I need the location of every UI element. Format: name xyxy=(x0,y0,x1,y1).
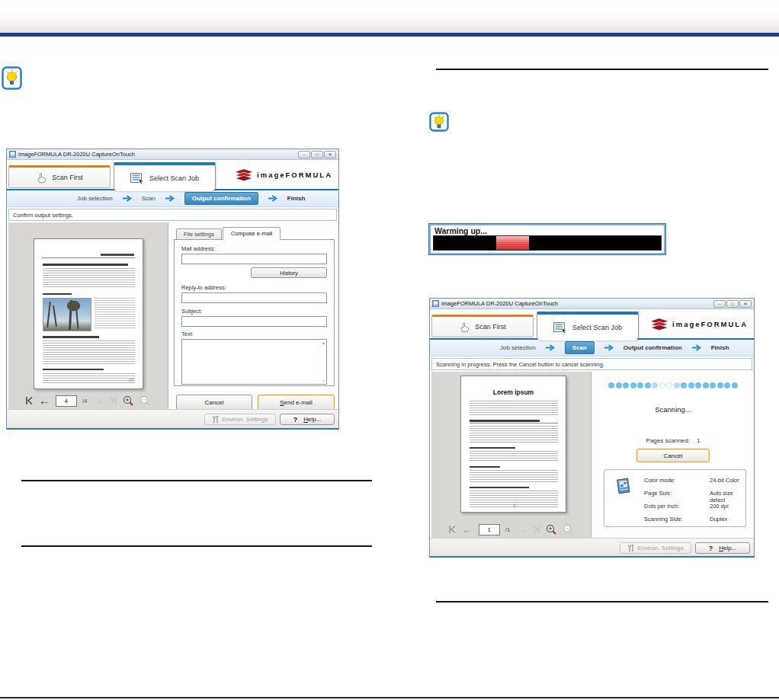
cancel-button[interactable]: Cancel xyxy=(176,395,252,411)
tab-compose-email[interactable]: Compose e-mail xyxy=(223,227,281,240)
current-page-input[interactable]: 4 xyxy=(56,395,77,407)
scanning-status-panel: Scanning... Pages scanned: 1 Cancel xyxy=(592,372,754,541)
pages-scanned-row: Pages scanned: 1 xyxy=(592,437,754,444)
step-finish: Finish xyxy=(287,195,306,202)
first-page-icon[interactable] xyxy=(25,396,34,405)
tab-scan-first[interactable]: Scan First xyxy=(8,165,111,188)
previous-page-icon[interactable]: ← xyxy=(39,395,50,406)
step-scan: Scan xyxy=(565,341,595,354)
info-value: 200 dpi xyxy=(710,503,742,510)
scroll-down-icon[interactable]: ▼ xyxy=(322,379,325,383)
zoom-out-icon[interactable] xyxy=(139,395,151,407)
info-label: Scanning Side: xyxy=(644,516,710,523)
environ-settings-button[interactable]: Environ. Settings xyxy=(204,414,276,425)
progress-dot xyxy=(623,382,629,388)
close-button[interactable]: ✕ xyxy=(739,300,752,308)
document-preview-thumbnail[interactable]: Lorem ipsum 1 xyxy=(460,376,566,513)
progress-dot xyxy=(717,382,723,388)
step-arrow-icon xyxy=(165,195,175,202)
progress-dot xyxy=(616,382,622,388)
send-email-button[interactable]: Send e-mail xyxy=(258,395,335,411)
text-label: Text: xyxy=(181,331,194,337)
page-navigation-controls: ← 4 /4 → xyxy=(8,392,168,410)
imageformula-logo: imageFORMULA xyxy=(650,318,748,331)
minimize-button[interactable]: – xyxy=(713,300,726,308)
reply-to-input[interactable] xyxy=(181,292,327,303)
mail-address-input[interactable] xyxy=(181,254,327,264)
message-text-area[interactable]: ▲ ▼ xyxy=(181,339,327,385)
progress-dot xyxy=(703,382,709,388)
step-output-confirmation: Output confirmation xyxy=(624,344,682,351)
tab-file-settings[interactable]: File settings xyxy=(176,229,222,240)
step-job-selection: Job selection xyxy=(500,344,536,351)
page-total-label: /4 xyxy=(82,398,88,404)
progress-dot xyxy=(652,382,658,388)
help-button[interactable]: ? Help... xyxy=(280,414,335,425)
step-arrow-icon xyxy=(546,344,555,351)
window-bottom-bar: Environ. Settings ? Help... xyxy=(7,409,338,428)
info-value: Auto size detect xyxy=(710,490,742,503)
next-page-icon[interactable]: → xyxy=(92,395,104,406)
progress-dot xyxy=(688,382,694,388)
subject-input[interactable] xyxy=(181,316,327,327)
lightbulb-hint-icon xyxy=(429,112,449,132)
title-bar[interactable]: imageFORMULA DR-2020U CaptureOnTouch – □… xyxy=(7,149,338,160)
tab-select-scan-job[interactable]: Select Scan Job xyxy=(114,162,216,191)
document-title: Lorem ipsum xyxy=(461,388,566,396)
tools-icon xyxy=(212,416,219,424)
step-arrow-icon xyxy=(123,195,132,202)
first-page-icon[interactable] xyxy=(448,525,457,534)
tab-label: Select Scan Job xyxy=(149,174,199,182)
maximize-button[interactable]: □ xyxy=(311,151,323,158)
info-label: Color mode: xyxy=(644,477,710,484)
zoom-in-icon[interactable] xyxy=(123,395,134,407)
scan-settings-summary: Color mode: 24-bit Color Page Size: Auto… xyxy=(604,469,746,527)
status-message-bar: Scanning in progress. Press the Cancel b… xyxy=(431,358,752,370)
app-icon xyxy=(9,151,16,158)
progress-dot xyxy=(695,382,701,388)
progress-dot xyxy=(666,382,672,388)
imageformula-chevrons-icon xyxy=(235,168,253,181)
title-bar[interactable]: imageFORMULA DR-2020U CaptureOnTouch – □… xyxy=(430,299,754,309)
next-page-icon[interactable]: → xyxy=(515,524,527,535)
tab-scan-first[interactable]: Scan First xyxy=(431,315,534,337)
scan-job-list-icon xyxy=(130,173,145,184)
last-page-icon[interactable] xyxy=(532,525,540,534)
section-rule xyxy=(21,480,372,481)
pages-scanned-value: 1 xyxy=(697,437,700,444)
info-label: Page Size: xyxy=(644,490,710,503)
step-arrow-icon xyxy=(692,344,701,351)
info-value: Duplex xyxy=(710,516,742,523)
maximize-button[interactable]: □ xyxy=(726,300,739,308)
history-button[interactable]: History xyxy=(251,267,327,278)
captureontouch-window-output-confirmation: imageFORMULA DR-2020U CaptureOnTouch – □… xyxy=(6,149,339,430)
pages-scanned-label: Pages scanned: xyxy=(646,437,690,444)
info-label: Dots per inch: xyxy=(644,503,710,510)
tab-select-scan-job[interactable]: Select Scan Job xyxy=(537,312,639,340)
minimize-button[interactable]: – xyxy=(298,151,310,158)
section-rule xyxy=(21,545,372,547)
cancel-scan-button[interactable]: Cancel xyxy=(636,449,710,462)
captureontouch-window-scanning: imageFORMULA DR-2020U CaptureOnTouch – □… xyxy=(429,298,755,558)
mode-tab-row: Scan First Select Scan Job image xyxy=(430,309,754,338)
step-arrow-icon xyxy=(604,344,614,351)
last-page-icon[interactable] xyxy=(109,396,117,405)
scroll-up-icon[interactable]: ▲ xyxy=(322,340,325,345)
warming-progress-bar xyxy=(433,235,662,251)
workflow-steps-bar: Job selection Scan Output confirmation F… xyxy=(430,338,754,356)
scanned-document-icon xyxy=(615,478,632,496)
previous-page-icon[interactable]: ← xyxy=(462,524,473,535)
current-page-input[interactable]: 1 xyxy=(479,524,500,535)
page-total-label: /1 xyxy=(505,526,511,533)
step-arrow-icon xyxy=(268,195,277,202)
step-job-selection: Job selection xyxy=(77,195,113,202)
environ-settings-button[interactable]: Environ. Settings xyxy=(620,542,691,554)
progress-dot xyxy=(674,382,680,388)
help-button[interactable]: ? Help... xyxy=(695,542,750,554)
document-preview-thumbnail[interactable]: //7 xyxy=(34,238,143,389)
status-text: Confirm output settings. xyxy=(13,212,73,219)
zoom-in-icon[interactable] xyxy=(546,524,557,535)
close-button[interactable]: ✕ xyxy=(324,151,336,158)
output-settings-panel: File settings Compose e-mail Mail addres… xyxy=(169,222,338,412)
zoom-out-icon[interactable] xyxy=(563,524,574,535)
